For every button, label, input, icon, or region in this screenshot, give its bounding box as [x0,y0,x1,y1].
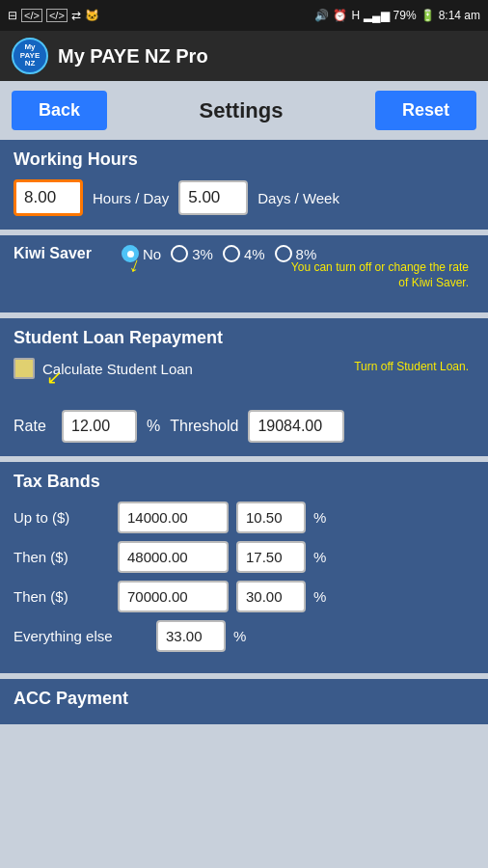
kiwi-4pct-option[interactable]: 4% [223,245,265,262]
student-loan-checkbox[interactable] [14,358,35,379]
kiwi-8pct-label: 8% [296,246,317,262]
student-loan-title: Student Loan Repayment [14,328,474,348]
tax-bands-title: Tax Bands [14,472,474,492]
app-logo: MyPAYENZ [12,38,48,74]
swap-icon: ⇄ [71,9,81,22]
acc-payment-title: ACC Payment [14,689,474,709]
acc-payment-section: ACC Payment [0,679,488,724]
tax-amount-1[interactable] [118,541,229,573]
tax-label-3: Everything else [14,628,149,644]
working-hours-row: Hours / Day Days / Week [14,179,474,216]
back-button[interactable]: Back [12,91,107,130]
status-bar: ⊟ </> </> ⇄ 🐱 🔊 ⏰ H ▂▄▆ 79% 🔋 8:14 am [0,0,488,31]
tax-bands-section: Tax Bands Up to ($) % Then ($) % Then ($… [0,462,488,673]
main-content: Back Settings Reset Working Hours Hours … [0,81,488,868]
threshold-label: Threshold [170,418,238,435]
tax-rate-1[interactable] [236,541,306,573]
kiwi-tooltip-area: ↑ You can turn off or change the rate of… [14,264,474,303]
tax-rate-2[interactable] [236,581,306,612]
rate-label: Rate [14,418,52,435]
status-right: 🔊 ⏰ H ▂▄▆ 79% 🔋 8:14 am [314,9,480,22]
top-bar: Back Settings Reset [0,81,488,140]
tax-label-1: Then ($) [14,549,110,565]
tax-rate-0[interactable] [236,502,306,533]
kiwi-no-label: No [143,246,161,262]
cat-icon: 🐱 [85,9,99,22]
clock-icon: ⏰ [333,9,347,22]
app-header: MyPAYENZ My PAYE NZ Pro [0,31,488,81]
tax-rate-3[interactable] [156,620,226,652]
tax-pct-2: % [313,588,326,605]
kiwi-4pct-label: 4% [244,246,265,262]
signal-h: H [351,9,360,22]
app-title: My PAYE NZ Pro [58,45,208,68]
tax-amount-2[interactable] [118,581,229,612]
threshold-input[interactable] [248,410,344,443]
rate-pct-symbol: % [147,418,160,435]
tax-pct-1: % [313,549,326,565]
student-loan-section: Student Loan Repayment Calculate Student… [0,318,488,456]
kiwi-8pct-radio[interactable] [275,245,292,262]
working-hours-section: Working Hours Hours / Day Days / Week [0,140,488,230]
tax-label-0: Up to ($) [14,509,110,526]
student-loan-tooltip-text: Turn off Student Loan. [276,360,469,375]
status-left: ⊟ </> </> ⇄ 🐱 [8,9,99,22]
tax-row-3: Everything else % [14,620,474,652]
tax-amount-0[interactable] [118,502,229,533]
student-loan-tooltip-area: ↙ Turn off Student Loan. [14,387,474,406]
rate-input[interactable] [62,410,137,443]
working-hours-title: Working Hours [14,149,474,170]
days-per-week-label: Days / Week [258,190,339,206]
kiwi-3pct-label: 3% [192,246,213,262]
tax-row-1: Then ($) % [14,541,474,573]
kiwi-tooltip-text: You can turn off or change the rate of K… [290,260,469,290]
loan-rate-row: Rate % Threshold [14,410,474,443]
page-title: Settings [200,98,284,123]
battery-icon: 🔋 [420,9,435,22]
kiwi-3pct-radio[interactable] [171,245,188,262]
window-icon: ⊟ [8,9,17,22]
kiwi-3pct-option[interactable]: 3% [171,245,213,262]
kiwi-saver-section: Kiwi Saver No 3% 4% 8% [0,235,488,312]
kiwi-saver-radio-group: No 3% 4% 8% [122,245,316,262]
battery-pct: 79% [393,9,417,22]
tax-row-2: Then ($) % [14,581,474,612]
days-per-week-input[interactable] [178,180,248,215]
code-icon1: </> [21,9,42,22]
tax-label-2: Then ($) [14,588,110,605]
tax-pct-3: % [233,628,246,644]
student-loan-arrow-icon: ↙ [46,366,63,389]
tax-row-0: Up to ($) % [14,502,474,533]
code-icon2: </> [46,9,68,22]
reset-button[interactable]: Reset [375,91,476,130]
tax-pct-0: % [313,509,326,526]
time-display: 8:14 am [439,9,480,22]
kiwi-4pct-radio[interactable] [223,245,240,262]
hours-per-day-label: Hours / Day [93,190,169,206]
hours-per-day-input[interactable] [14,179,83,216]
student-loan-checkbox-label: Calculate Student Loan [42,361,193,377]
volume-icon: 🔊 [314,9,329,22]
signal-bars: ▂▄▆ [364,9,390,22]
kiwi-saver-label: Kiwi Saver [14,245,110,262]
